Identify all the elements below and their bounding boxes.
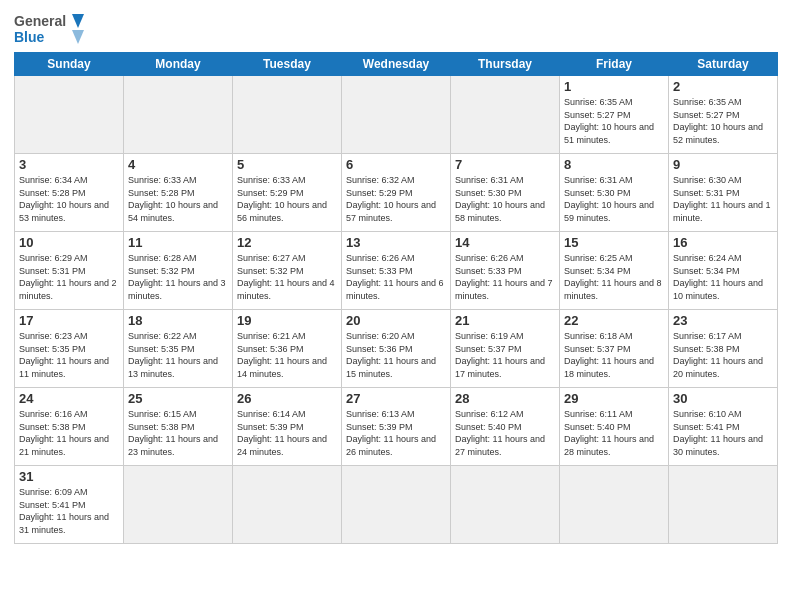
table-row: 12Sunrise: 6:27 AM Sunset: 5:32 PM Dayli…: [233, 232, 342, 310]
table-row: [560, 466, 669, 544]
day-info: Sunrise: 6:20 AM Sunset: 5:36 PM Dayligh…: [346, 330, 446, 380]
day-number: 10: [19, 235, 119, 250]
table-row: [124, 466, 233, 544]
day-number: 31: [19, 469, 119, 484]
day-number: 24: [19, 391, 119, 406]
calendar: Sunday Monday Tuesday Wednesday Thursday…: [14, 52, 778, 544]
day-info: Sunrise: 6:16 AM Sunset: 5:38 PM Dayligh…: [19, 408, 119, 458]
day-info: Sunrise: 6:22 AM Sunset: 5:35 PM Dayligh…: [128, 330, 228, 380]
table-row: 1Sunrise: 6:35 AM Sunset: 5:27 PM Daylig…: [560, 76, 669, 154]
table-row: 18Sunrise: 6:22 AM Sunset: 5:35 PM Dayli…: [124, 310, 233, 388]
day-info: Sunrise: 6:10 AM Sunset: 5:41 PM Dayligh…: [673, 408, 773, 458]
day-info: Sunrise: 6:27 AM Sunset: 5:32 PM Dayligh…: [237, 252, 337, 302]
day-number: 19: [237, 313, 337, 328]
table-row: 14Sunrise: 6:26 AM Sunset: 5:33 PM Dayli…: [451, 232, 560, 310]
table-row: 21Sunrise: 6:19 AM Sunset: 5:37 PM Dayli…: [451, 310, 560, 388]
col-wednesday: Wednesday: [342, 53, 451, 76]
day-info: Sunrise: 6:23 AM Sunset: 5:35 PM Dayligh…: [19, 330, 119, 380]
table-row: 26Sunrise: 6:14 AM Sunset: 5:39 PM Dayli…: [233, 388, 342, 466]
day-info: Sunrise: 6:35 AM Sunset: 5:27 PM Dayligh…: [673, 96, 773, 146]
day-number: 13: [346, 235, 446, 250]
table-row: 29Sunrise: 6:11 AM Sunset: 5:40 PM Dayli…: [560, 388, 669, 466]
day-info: Sunrise: 6:19 AM Sunset: 5:37 PM Dayligh…: [455, 330, 555, 380]
table-row: 24Sunrise: 6:16 AM Sunset: 5:38 PM Dayli…: [15, 388, 124, 466]
day-number: 25: [128, 391, 228, 406]
table-row: [451, 466, 560, 544]
day-info: Sunrise: 6:11 AM Sunset: 5:40 PM Dayligh…: [564, 408, 664, 458]
table-row: [233, 466, 342, 544]
day-info: Sunrise: 6:17 AM Sunset: 5:38 PM Dayligh…: [673, 330, 773, 380]
day-number: 21: [455, 313, 555, 328]
day-info: Sunrise: 6:25 AM Sunset: 5:34 PM Dayligh…: [564, 252, 664, 302]
day-number: 8: [564, 157, 664, 172]
table-row: 30Sunrise: 6:10 AM Sunset: 5:41 PM Dayli…: [669, 388, 778, 466]
day-info: Sunrise: 6:18 AM Sunset: 5:37 PM Dayligh…: [564, 330, 664, 380]
day-info: Sunrise: 6:28 AM Sunset: 5:32 PM Dayligh…: [128, 252, 228, 302]
day-info: Sunrise: 6:15 AM Sunset: 5:38 PM Dayligh…: [128, 408, 228, 458]
day-number: 29: [564, 391, 664, 406]
day-number: 17: [19, 313, 119, 328]
table-row: 5Sunrise: 6:33 AM Sunset: 5:29 PM Daylig…: [233, 154, 342, 232]
table-row: 7Sunrise: 6:31 AM Sunset: 5:30 PM Daylig…: [451, 154, 560, 232]
table-row: [342, 76, 451, 154]
col-saturday: Saturday: [669, 53, 778, 76]
day-info: Sunrise: 6:13 AM Sunset: 5:39 PM Dayligh…: [346, 408, 446, 458]
table-row: 27Sunrise: 6:13 AM Sunset: 5:39 PM Dayli…: [342, 388, 451, 466]
day-info: Sunrise: 6:32 AM Sunset: 5:29 PM Dayligh…: [346, 174, 446, 224]
day-number: 20: [346, 313, 446, 328]
day-number: 11: [128, 235, 228, 250]
calendar-row: 1Sunrise: 6:35 AM Sunset: 5:27 PM Daylig…: [15, 76, 778, 154]
day-info: Sunrise: 6:31 AM Sunset: 5:30 PM Dayligh…: [455, 174, 555, 224]
table-row: 23Sunrise: 6:17 AM Sunset: 5:38 PM Dayli…: [669, 310, 778, 388]
table-row: 4Sunrise: 6:33 AM Sunset: 5:28 PM Daylig…: [124, 154, 233, 232]
day-info: Sunrise: 6:34 AM Sunset: 5:28 PM Dayligh…: [19, 174, 119, 224]
table-row: 20Sunrise: 6:20 AM Sunset: 5:36 PM Dayli…: [342, 310, 451, 388]
table-row: 13Sunrise: 6:26 AM Sunset: 5:33 PM Dayli…: [342, 232, 451, 310]
calendar-row: 3Sunrise: 6:34 AM Sunset: 5:28 PM Daylig…: [15, 154, 778, 232]
col-tuesday: Tuesday: [233, 53, 342, 76]
day-number: 15: [564, 235, 664, 250]
table-row: 28Sunrise: 6:12 AM Sunset: 5:40 PM Dayli…: [451, 388, 560, 466]
day-info: Sunrise: 6:12 AM Sunset: 5:40 PM Dayligh…: [455, 408, 555, 458]
table-row: [233, 76, 342, 154]
day-number: 16: [673, 235, 773, 250]
table-row: 11Sunrise: 6:28 AM Sunset: 5:32 PM Dayli…: [124, 232, 233, 310]
calendar-row: 10Sunrise: 6:29 AM Sunset: 5:31 PM Dayli…: [15, 232, 778, 310]
day-number: 6: [346, 157, 446, 172]
day-info: Sunrise: 6:14 AM Sunset: 5:39 PM Dayligh…: [237, 408, 337, 458]
col-friday: Friday: [560, 53, 669, 76]
day-info: Sunrise: 6:30 AM Sunset: 5:31 PM Dayligh…: [673, 174, 773, 224]
header: General Blue: [14, 10, 778, 46]
day-number: 23: [673, 313, 773, 328]
day-number: 3: [19, 157, 119, 172]
table-row: 22Sunrise: 6:18 AM Sunset: 5:37 PM Dayli…: [560, 310, 669, 388]
table-row: [342, 466, 451, 544]
day-number: 28: [455, 391, 555, 406]
table-row: [15, 76, 124, 154]
table-row: 8Sunrise: 6:31 AM Sunset: 5:30 PM Daylig…: [560, 154, 669, 232]
day-number: 26: [237, 391, 337, 406]
day-number: 12: [237, 235, 337, 250]
col-monday: Monday: [124, 53, 233, 76]
table-row: 16Sunrise: 6:24 AM Sunset: 5:34 PM Dayli…: [669, 232, 778, 310]
table-row: 25Sunrise: 6:15 AM Sunset: 5:38 PM Dayli…: [124, 388, 233, 466]
table-row: [669, 466, 778, 544]
table-row: 10Sunrise: 6:29 AM Sunset: 5:31 PM Dayli…: [15, 232, 124, 310]
col-sunday: Sunday: [15, 53, 124, 76]
table-row: 2Sunrise: 6:35 AM Sunset: 5:27 PM Daylig…: [669, 76, 778, 154]
table-row: 19Sunrise: 6:21 AM Sunset: 5:36 PM Dayli…: [233, 310, 342, 388]
day-number: 9: [673, 157, 773, 172]
day-number: 27: [346, 391, 446, 406]
day-info: Sunrise: 6:33 AM Sunset: 5:28 PM Dayligh…: [128, 174, 228, 224]
svg-text:Blue: Blue: [14, 29, 45, 45]
day-info: Sunrise: 6:35 AM Sunset: 5:27 PM Dayligh…: [564, 96, 664, 146]
page: General Blue Sunday Monday Tuesday Wedne…: [0, 0, 792, 612]
day-info: Sunrise: 6:24 AM Sunset: 5:34 PM Dayligh…: [673, 252, 773, 302]
day-number: 18: [128, 313, 228, 328]
day-number: 5: [237, 157, 337, 172]
table-row: 15Sunrise: 6:25 AM Sunset: 5:34 PM Dayli…: [560, 232, 669, 310]
table-row: 17Sunrise: 6:23 AM Sunset: 5:35 PM Dayli…: [15, 310, 124, 388]
day-info: Sunrise: 6:09 AM Sunset: 5:41 PM Dayligh…: [19, 486, 119, 536]
day-number: 22: [564, 313, 664, 328]
calendar-row: 17Sunrise: 6:23 AM Sunset: 5:35 PM Dayli…: [15, 310, 778, 388]
